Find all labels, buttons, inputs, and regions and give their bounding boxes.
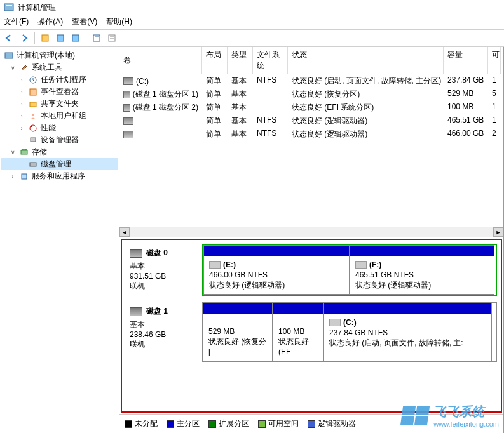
volume-row[interactable]: (磁盘 1 磁盘分区 2)简单基本状态良好 (EFI 系统分区)100 MB1	[119, 101, 503, 114]
tree-root[interactable]: 计算机管理(本地)	[1, 50, 118, 62]
back-button[interactable]	[3, 32, 15, 44]
app-icon	[4, 3, 14, 13]
services-icon	[19, 171, 29, 182]
disk-row[interactable]: 磁盘 0基本931.51 GB联机(E:)466.00 GB NTFS状态良好 …	[126, 244, 497, 296]
tree-diskmgmt[interactable]: 磁盘管理	[1, 158, 118, 170]
volume-icon	[123, 104, 130, 112]
nav-tree[interactable]: 计算机管理(本地) ∨ 系统工具 › 任务计划程序 › 事件查看器 › 共享文件…	[0, 47, 119, 433]
partition[interactable]: (C:)237.84 GB NTFS状态良好 (启动, 页面文件, 故障转储, …	[324, 303, 492, 361]
tree-systools[interactable]: ∨ 系统工具	[1, 62, 118, 74]
scroll-right[interactable]: ►	[493, 227, 503, 237]
menu-bar: 文件(F) 操作(A) 查看(V) 帮助(H)	[0, 15, 504, 29]
svg-rect-0	[4, 4, 13, 11]
scroll-left[interactable]: ◄	[119, 227, 130, 237]
col-free[interactable]: 可	[488, 47, 501, 74]
svg-rect-3	[57, 35, 64, 41]
menu-view[interactable]: 查看(V)	[72, 17, 97, 28]
volume-icon	[123, 91, 130, 98]
tree-shared[interactable]: › 共享文件夹	[1, 98, 118, 110]
volume-row[interactable]: (C:)简单基本NTFS状态良好 (启动, 页面文件, 故障转储, 主分区)23…	[119, 74, 503, 88]
col-status[interactable]: 状态	[288, 47, 444, 74]
volume-row[interactable]: 简单基本NTFS状态良好 (逻辑驱动器)466.00 GB2	[119, 128, 503, 141]
volume-header[interactable]: 卷 布局 类型 文件系统 状态 容量 可	[119, 47, 503, 74]
svg-rect-12	[30, 89, 36, 95]
users-icon	[28, 111, 38, 121]
clock-icon	[28, 75, 38, 85]
disk-icon	[130, 307, 142, 316]
svg-rect-7	[109, 35, 115, 41]
h-scrollbar[interactable]: ◄ ►	[119, 227, 503, 237]
list-button[interactable]	[106, 32, 118, 44]
svg-rect-20	[22, 174, 27, 179]
tree-users[interactable]: › 本地用户和组	[1, 110, 118, 122]
tree-storage[interactable]: ∨ 存储	[1, 146, 118, 158]
tree-perf[interactable]: › 性能	[1, 122, 118, 134]
volume-icon	[123, 117, 133, 125]
disk-row[interactable]: 磁盘 1基本238.46 GB联机529 MB状态良好 (恢复分[100 MB状…	[126, 302, 497, 362]
disk-graphical-view[interactable]: 磁盘 0基本931.51 GB联机(E:)466.00 GB NTFS状态良好 …	[121, 239, 502, 413]
svg-rect-16	[31, 138, 36, 142]
svg-rect-13	[30, 102, 36, 107]
partition[interactable]: 529 MB状态良好 (恢复分[	[203, 303, 273, 361]
svg-point-14	[32, 114, 34, 116]
svg-rect-4	[72, 35, 79, 41]
view-button-2[interactable]	[69, 32, 82, 44]
disk-icon	[28, 159, 38, 170]
svg-rect-10	[5, 53, 13, 58]
svg-rect-19	[30, 163, 36, 166]
event-icon	[28, 87, 38, 97]
title-bar: 计算机管理	[0, 0, 504, 15]
watermark: 飞飞系统 www.feifeixitong.com	[402, 403, 499, 428]
menu-help[interactable]: 帮助(H)	[106, 17, 132, 28]
partition[interactable]: (F:)465.51 GB NTFS状态良好 (逻辑驱动器)	[350, 245, 494, 295]
volume-icon	[123, 77, 133, 85]
partition[interactable]: (E:)466.00 GB NTFS状态良好 (逻辑驱动器)	[203, 245, 350, 295]
volume-icon	[123, 131, 133, 138]
tree-devmgr[interactable]: 设备管理器	[1, 134, 118, 146]
tree-eventviewer[interactable]: › 事件查看器	[1, 86, 118, 98]
menu-action[interactable]: 操作(A)	[37, 17, 63, 28]
properties-button[interactable]	[90, 32, 103, 44]
partition[interactable]: 100 MB状态良好 (EF	[273, 303, 324, 361]
view-button-1[interactable]	[54, 32, 67, 44]
col-capacity[interactable]: 容量	[444, 47, 488, 74]
toolbar	[0, 29, 504, 47]
svg-rect-2	[42, 35, 48, 41]
perf-icon	[28, 123, 38, 133]
tools-icon	[19, 63, 29, 73]
col-type[interactable]: 类型	[228, 47, 253, 74]
volume-row[interactable]: 简单基本NTFS状态良好 (逻辑驱动器)465.51 GB1	[119, 114, 503, 128]
disk-icon	[130, 249, 142, 258]
col-fs[interactable]: 文件系统	[253, 47, 288, 74]
forward-button[interactable]	[18, 32, 31, 44]
svg-rect-1	[6, 5, 12, 6]
volume-row[interactable]: (磁盘 1 磁盘分区 1)简单基本状态良好 (恢复分区)529 MB5	[119, 88, 503, 101]
storage-icon	[19, 147, 29, 157]
volume-list[interactable]: 卷 布局 类型 文件系统 状态 容量 可 (C:)简单基本NTFS状态良好 (启…	[119, 47, 503, 237]
tree-services[interactable]: › 服务和应用程序	[1, 170, 118, 182]
col-layout[interactable]: 布局	[202, 47, 228, 74]
folder-icon	[28, 99, 38, 109]
refresh-button[interactable]	[39, 32, 51, 44]
computer-icon	[4, 51, 14, 61]
window-title: 计算机管理	[18, 3, 56, 13]
menu-file[interactable]: 文件(F)	[4, 17, 29, 28]
svg-rect-18	[21, 150, 27, 154]
svg-rect-5	[93, 35, 100, 41]
col-volume[interactable]: 卷	[119, 47, 202, 74]
device-icon	[28, 135, 38, 145]
tree-scheduler[interactable]: › 任务计划程序	[1, 74, 118, 86]
